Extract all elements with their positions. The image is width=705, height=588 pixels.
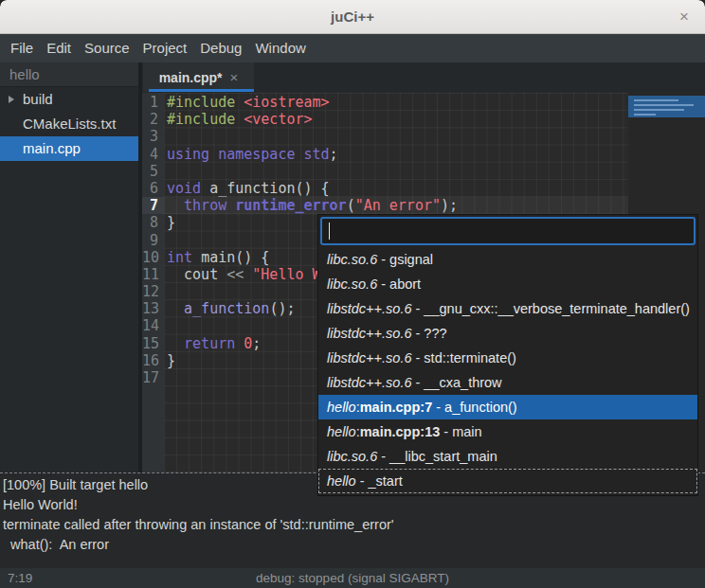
output-line: terminate called after throwing an insta… [3, 515, 705, 535]
backtrace-item[interactable]: hello:main.cpp:13 - main [318, 419, 697, 444]
code-token: ; [252, 335, 261, 352]
code-line[interactable]: 3 [142, 128, 705, 145]
frame-library: libstdc++.so.6 [327, 375, 411, 390]
backtrace-item[interactable]: libstdc++.so.6 - __gnu_cxx::__verbose_te… [318, 296, 697, 321]
code-token [167, 197, 184, 214]
menu-item-project[interactable]: Project [136, 34, 194, 62]
backtrace-popup: libc.so.6 - gsignallibc.so.6 - abortlibs… [317, 214, 698, 496]
menu-item-window[interactable]: Window [248, 34, 312, 62]
window-title: juCi++ [0, 0, 705, 33]
code-line[interactable]: 5 [142, 163, 705, 180]
line-number: 8 [142, 214, 164, 231]
sidebar-header[interactable]: hello [0, 62, 138, 87]
popup-search-input[interactable] [322, 219, 694, 243]
code-text: using namespace std; [167, 146, 338, 163]
frame-function: - __libc_start_main [377, 449, 497, 464]
line-number: 17 [142, 369, 164, 386]
code-token: <iostream> [244, 94, 329, 111]
sidebar-item-build[interactable]: build [0, 87, 138, 112]
close-icon[interactable]: × [675, 8, 694, 27]
titlebar[interactable]: juCi++ × [0, 0, 705, 34]
code-token [226, 197, 235, 214]
frame-library: libstdc++.so.6 [327, 326, 411, 341]
file-tree: buildCMakeLists.txtmain.cpp [0, 87, 138, 161]
code-token [192, 249, 201, 266]
code-line[interactable]: 6void a_function() { [142, 180, 705, 197]
backtrace-item[interactable]: hello - _start [318, 469, 697, 493]
sidebar-item-cmakelists-txt[interactable]: CMakeLists.txt [0, 112, 138, 136]
code-token [167, 300, 184, 317]
popup-search-field[interactable] [320, 217, 696, 245]
status-debug-message: debug: stopped (signal SIGABRT) [0, 568, 705, 588]
frame-library: libc.so.6 [327, 276, 377, 292]
code-text: int main() { [167, 249, 269, 266]
tab-close-icon[interactable]: × [230, 71, 239, 84]
code-token: () { [235, 249, 269, 266]
code-token [235, 335, 244, 352]
menu-item-file[interactable]: File [4, 34, 40, 62]
frame-function: - gsignal [377, 252, 433, 267]
frame-library: libc.so.6 [327, 449, 377, 464]
code-line[interactable]: 7 throw runtime_error("An error"); [142, 197, 705, 214]
menu-item-debug[interactable]: Debug [193, 34, 248, 62]
code-token: } [167, 214, 175, 231]
code-token [201, 180, 209, 197]
line-number: 1 [142, 94, 164, 111]
project-sidebar: hello buildCMakeLists.txtmain.cpp [0, 62, 138, 472]
app-window: juCi++ × FileEditSourceProjectDebugWindo… [0, 0, 705, 588]
frame-function: - ??? [411, 326, 446, 341]
code-line[interactable]: 1#include <iostream> [142, 94, 705, 111]
frame-function: - main [440, 424, 481, 439]
backtrace-item[interactable]: hello:main.cpp:7 - a_function() [318, 395, 697, 419]
text-cursor [329, 223, 330, 240]
backtrace-item[interactable]: libstdc++.so.6 - std::terminate() [318, 346, 697, 370]
code-token: cout [167, 266, 226, 283]
tab-label: main.cpp* [159, 70, 223, 85]
code-token [167, 335, 184, 352]
code-text: throw runtime_error("An error"); [167, 197, 458, 214]
code-token: "Hello W [252, 266, 320, 283]
code-line[interactable]: 2#include <vector> [142, 111, 705, 128]
line-number: 12 [142, 283, 164, 300]
backtrace-item[interactable]: libstdc++.so.6 - __cxa_throw [318, 370, 697, 395]
code-token: #include [167, 94, 235, 111]
code-token: (); [269, 300, 295, 317]
backtrace-item[interactable]: libc.so.6 - __libc_start_main [318, 444, 697, 469]
line-number: 9 [142, 232, 164, 249]
code-token: } [167, 352, 175, 369]
code-token: "An error" [355, 197, 441, 214]
code-token: a_function [184, 300, 269, 317]
code-token: ; [330, 146, 338, 163]
frame-library: hello [327, 473, 356, 489]
diagnostic-tooltip [628, 96, 705, 117]
line-number: 2 [142, 111, 164, 128]
backtrace-item[interactable]: libstdc++.so.6 - ??? [318, 321, 697, 346]
frame-function: - __cxa_throw [411, 375, 501, 390]
code-text: } [167, 352, 175, 369]
expand-arrow-icon[interactable] [9, 96, 14, 103]
menu-item-source[interactable]: Source [78, 34, 136, 62]
status-bar: 7:19 debug: stopped (signal SIGABRT) [0, 568, 705, 588]
line-number: 14 [142, 317, 164, 334]
line-number: 16 [142, 352, 164, 369]
frame-function: - a_function() [432, 400, 516, 415]
frame-function: - _start [356, 473, 403, 489]
code-token: namespace [218, 146, 295, 163]
code-token: <vector> [244, 111, 312, 128]
line-number: 7 [142, 197, 164, 214]
code-line[interactable]: 4using namespace std; [142, 146, 705, 163]
code-token: void [167, 180, 201, 197]
line-number: 15 [142, 335, 164, 352]
backtrace-item[interactable]: libc.so.6 - gsignal [318, 247, 697, 272]
code-token: throw [184, 197, 226, 214]
sidebar-item-main-cpp[interactable]: main.cpp [0, 136, 138, 161]
tooltip-text-line [634, 114, 656, 116]
backtrace-item[interactable]: libc.so.6 - abort [318, 272, 697, 296]
backtrace-list: libc.so.6 - gsignallibc.so.6 - abortlibs… [318, 247, 697, 493]
menu-item-edit[interactable]: Edit [40, 34, 78, 62]
line-number: 3 [142, 128, 164, 145]
frame-library: libstdc++.so.6 [327, 350, 411, 365]
code-token: main [201, 249, 235, 266]
code-token: ( [347, 197, 355, 214]
tab-main-cpp[interactable]: main.cpp* × [143, 62, 254, 92]
